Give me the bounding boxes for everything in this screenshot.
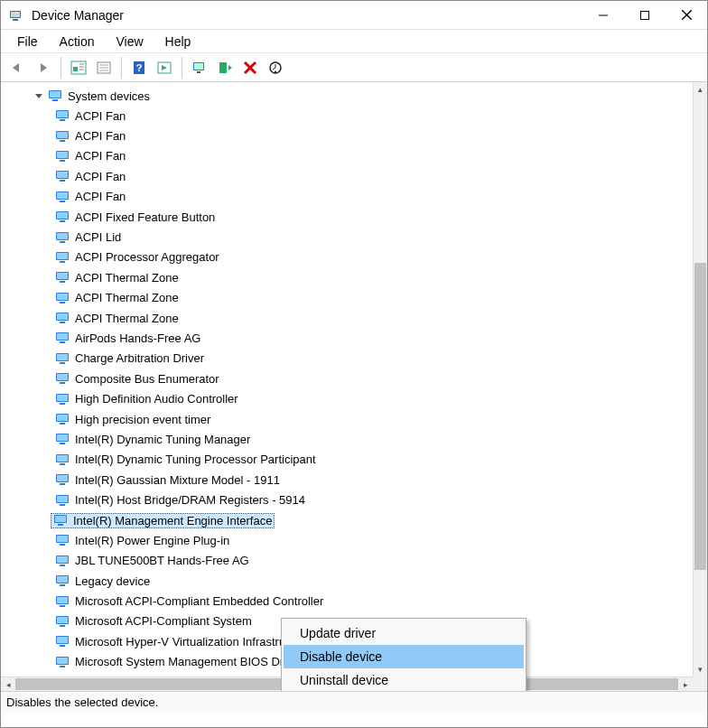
svg-rect-52 <box>60 261 65 263</box>
status-bar: Disables the selected device. <box>1 691 707 713</box>
minimize-button[interactable] <box>582 1 624 30</box>
context-menu-item[interactable]: Update driver <box>284 621 524 645</box>
uninstall-device-button[interactable] <box>238 56 262 79</box>
enable-device-button[interactable] <box>153 56 176 79</box>
device-tree-scroll[interactable]: System devices ACPI FanACPI FanACPI FanA… <box>1 82 693 677</box>
svg-rect-73 <box>60 403 65 405</box>
device-row[interactable]: Legacy device <box>53 571 693 591</box>
forward-button[interactable] <box>32 56 55 79</box>
update-driver-button[interactable] <box>213 56 237 79</box>
device-label: High Definition Audio Controller <box>75 392 238 406</box>
device-label: High precision event timer <box>75 413 210 426</box>
monitor-icon <box>55 292 70 304</box>
device-label: ACPI Fan <box>75 149 126 163</box>
scroll-up-arrow[interactable]: ▴ <box>694 82 707 97</box>
menu-help[interactable]: Help <box>154 32 202 51</box>
close-button[interactable] <box>666 1 707 30</box>
maximize-button[interactable] <box>624 1 666 30</box>
device-row[interactable]: ACPI Fan <box>53 146 693 166</box>
device-row[interactable]: AirPods Hands-Free AG <box>53 328 693 348</box>
svg-rect-102 <box>57 597 68 603</box>
svg-rect-106 <box>60 625 65 627</box>
svg-rect-99 <box>57 576 68 583</box>
device-label: ACPI Fan <box>75 190 126 203</box>
device-row[interactable]: ACPI Thermal Zone <box>53 308 693 328</box>
device-row[interactable]: Microsoft ACPI-Compliant Embedded Contro… <box>53 591 693 611</box>
show-console-tree-button[interactable] <box>67 56 90 79</box>
menu-action[interactable]: Action <box>49 32 106 51</box>
help-button[interactable]: ? <box>127 56 151 79</box>
device-row[interactable]: Intel(R) Host Bridge/DRAM Registers - 59… <box>53 490 693 509</box>
svg-rect-93 <box>57 536 68 542</box>
monitor-icon <box>55 494 70 507</box>
tree-category-row[interactable]: System devices <box>32 86 693 106</box>
device-row[interactable]: ACPI Fixed Feature Button <box>53 207 693 227</box>
svg-rect-4 <box>641 11 649 19</box>
svg-rect-34 <box>60 140 65 142</box>
device-row[interactable]: Composite Bus Enumerator <box>53 369 693 388</box>
svg-rect-81 <box>57 455 68 462</box>
svg-rect-20 <box>194 63 203 70</box>
tree-category-label: System devices <box>68 89 150 103</box>
device-row[interactable]: Intel(R) Gaussian Mixture Model - 1911 <box>53 470 693 490</box>
svg-rect-45 <box>57 212 68 219</box>
context-menu-item[interactable]: Disable device <box>284 645 524 668</box>
device-row[interactable]: ACPI Fan <box>53 187 693 207</box>
device-row[interactable]: ACPI Processor Aggregator <box>53 247 693 267</box>
device-row[interactable]: JBL TUNE500BT Hands-Free AG <box>53 551 693 571</box>
monitor-icon <box>55 473 70 486</box>
svg-rect-2 <box>13 19 18 21</box>
svg-rect-49 <box>60 241 65 243</box>
svg-rect-60 <box>57 313 68 320</box>
monitor-icon <box>55 453 70 466</box>
device-label: ACPI Lid <box>75 230 121 244</box>
menu-view[interactable]: View <box>105 32 154 51</box>
svg-rect-97 <box>60 565 65 566</box>
device-label: AirPods Hands-Free AG <box>75 331 200 345</box>
device-row[interactable]: Intel(R) Power Engine Plug-in <box>53 530 693 550</box>
scrollbar-corner <box>693 677 707 691</box>
svg-rect-69 <box>57 374 68 380</box>
device-row[interactable]: Intel(R) Dynamic Tuning Processor Partic… <box>53 450 693 470</box>
device-row[interactable]: ACPI Lid <box>53 227 693 247</box>
device-row[interactable]: ACPI Thermal Zone <box>53 267 693 287</box>
device-row[interactable]: ACPI Thermal Zone <box>53 288 693 308</box>
device-row[interactable]: Intel(R) Dynamic Tuning Manager <box>53 429 693 449</box>
device-row[interactable]: Intel(R) Management Engine Interface <box>53 510 693 530</box>
svg-rect-66 <box>57 354 68 360</box>
properties-button[interactable] <box>92 56 116 79</box>
device-row[interactable]: ACPI Fan <box>53 106 693 126</box>
device-row[interactable]: ACPI Fan <box>53 166 693 186</box>
vertical-scrollbar[interactable]: ▴ ▾ <box>693 82 707 677</box>
menu-file[interactable]: File <box>6 32 49 51</box>
scroll-right-arrow[interactable]: ▸ <box>678 677 693 691</box>
toolbar-separator <box>182 57 182 79</box>
scroll-left-arrow[interactable]: ◂ <box>1 677 15 691</box>
svg-rect-55 <box>60 281 65 283</box>
device-row[interactable]: Charge Arbitration Driver <box>53 349 693 369</box>
scroll-down-arrow[interactable]: ▾ <box>694 662 707 677</box>
svg-rect-100 <box>60 584 65 586</box>
device-row[interactable]: High precision event timer <box>53 409 693 429</box>
scan-changes-button[interactable] <box>264 56 287 79</box>
device-label: Legacy device <box>75 574 150 588</box>
device-label: Microsoft System Management BIOS Driver <box>75 655 303 668</box>
expander-icon[interactable] <box>32 89 46 103</box>
svg-rect-64 <box>60 341 65 343</box>
vertical-scroll-thumb[interactable] <box>694 263 706 570</box>
device-label: ACPI Fan <box>75 109 126 123</box>
scan-hardware-button[interactable] <box>188 56 211 79</box>
svg-rect-67 <box>60 362 65 364</box>
device-row[interactable]: ACPI Fan <box>53 126 693 145</box>
svg-rect-36 <box>57 152 68 158</box>
svg-rect-79 <box>60 443 65 444</box>
svg-rect-51 <box>57 253 68 259</box>
context-menu-item[interactable]: Uninstall device <box>284 668 524 691</box>
device-label: JBL TUNE500BT Hands-Free AG <box>75 554 249 567</box>
back-button[interactable] <box>6 56 30 79</box>
svg-rect-108 <box>57 637 68 643</box>
monitor-icon <box>55 635 70 648</box>
svg-rect-33 <box>57 132 68 138</box>
svg-text:?: ? <box>136 62 143 73</box>
device-row[interactable]: High Definition Audio Controller <box>53 388 693 408</box>
